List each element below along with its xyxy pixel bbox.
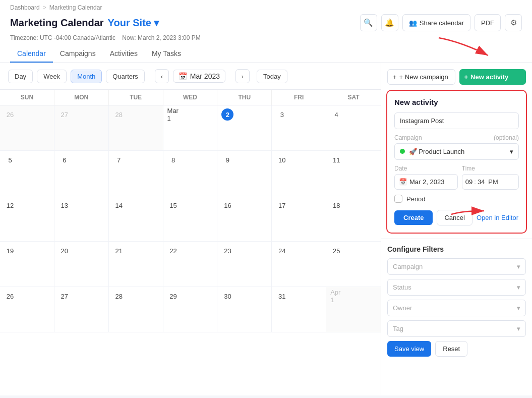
calendar-week-1: 26 27 28 Mar 1 2 3 4 [0, 105, 381, 151]
pdf-button[interactable]: PDF [475, 14, 501, 31]
period-row: Period [394, 195, 519, 203]
period-label: Period [406, 195, 426, 203]
month-year-text: Mar 2023 [190, 72, 220, 80]
table-row[interactable]: 30 [217, 287, 272, 332]
view-quarters-button[interactable]: Quarters [106, 70, 145, 83]
table-row[interactable]: 13 [54, 196, 109, 241]
breadcrumb-separator: > [43, 4, 46, 11]
day-header-fri: Fri [272, 90, 326, 105]
table-row[interactable]: 17 [272, 196, 326, 241]
day-header-sun: Sun [0, 90, 54, 105]
right-panel: + + New campaign + New activity New acti… [381, 63, 532, 395]
owner-filter-placeholder: Owner [393, 304, 412, 312]
new-campaign-label: + New campaign [399, 73, 448, 81]
table-row[interactable]: 5 [0, 151, 54, 196]
plus-activity-icon: + [464, 73, 468, 81]
open-in-editor-link[interactable]: Open in Editor [477, 214, 518, 221]
filter-actions: Save view Reset [387, 341, 526, 357]
prev-month-button[interactable]: ‹ [155, 69, 169, 83]
table-row[interactable]: 14 [109, 196, 163, 241]
table-row[interactable]: 9 [217, 151, 272, 196]
campaign-dropdown[interactable]: 🚀 Product Launch ▾ [394, 143, 519, 160]
table-row[interactable]: 23 [217, 242, 272, 287]
table-row[interactable]: 3 [272, 105, 326, 150]
save-view-button[interactable]: Save view [387, 341, 431, 357]
today-button[interactable]: Today [257, 70, 287, 83]
cancel-button[interactable]: Cancel [437, 210, 472, 225]
create-button[interactable]: Create [394, 210, 433, 225]
campaign-value: 🚀 Product Launch [400, 148, 464, 155]
search-button[interactable]: 🔍 [360, 14, 377, 31]
date-value: Mar 2, 2023 [409, 178, 444, 186]
campaign-status-dot [400, 149, 405, 154]
table-row[interactable]: Apr 1 [326, 287, 381, 332]
activity-name-input[interactable] [394, 112, 519, 129]
calendar-weeks: 26 27 28 Mar 1 2 3 4 5 6 7 8 9 10 11 12 [0, 105, 381, 332]
new-campaign-button[interactable]: + + New campaign [387, 69, 455, 85]
table-row[interactable]: 11 [326, 151, 381, 196]
calendar-week-3: 12 13 14 15 16 17 18 [0, 196, 381, 242]
share-calendar-button[interactable]: 👥 Save view Share calendar [402, 14, 470, 31]
date-label: Date [394, 165, 458, 172]
table-row[interactable]: 12 [0, 196, 54, 241]
bell-button[interactable]: 🔔 [381, 14, 398, 31]
table-row[interactable]: 26 [0, 287, 54, 332]
table-row[interactable]: 25 [326, 242, 381, 287]
table-row[interactable]: 10 [272, 151, 326, 196]
day-header-sat: Sat [326, 90, 381, 105]
table-row[interactable]: 8 [163, 151, 218, 196]
table-row[interactable]: 22 [163, 242, 218, 287]
date-picker[interactable]: 📅 Mar 2, 2023 [394, 174, 458, 190]
table-row[interactable]: 26 [0, 105, 54, 150]
owner-filter-dropdown[interactable]: Owner ▾ [387, 300, 526, 316]
table-row[interactable]: 6 [54, 151, 109, 196]
form-title: New activity [394, 98, 519, 106]
share-label: Share calendar [420, 19, 464, 27]
table-row[interactable]: 27 [54, 105, 109, 150]
table-row[interactable]: 16 [217, 196, 272, 241]
campaign-filter-dropdown[interactable]: Campaign ▾ [387, 258, 526, 275]
tab-calendar[interactable]: Calendar [10, 45, 53, 63]
tab-campaigns[interactable]: Campaigns [53, 45, 103, 63]
table-row[interactable]: Mar 1 [163, 105, 218, 150]
time-picker[interactable]: 09 : 34 PM [462, 174, 519, 190]
new-activity-button[interactable]: + New activity [459, 69, 526, 85]
view-day-button[interactable]: Day [8, 70, 33, 83]
table-row[interactable]: 28 [109, 287, 163, 332]
table-row[interactable]: 28 [109, 105, 163, 150]
plus-campaign-icon: + [393, 73, 397, 81]
tab-activities[interactable]: Activities [103, 45, 145, 63]
view-week-button[interactable]: Week [37, 70, 67, 83]
tab-my-tasks[interactable]: My Tasks [145, 45, 188, 63]
time-hour: 09 [465, 178, 472, 186]
new-activity-label: New activity [470, 73, 508, 81]
table-row[interactable]: 21 [109, 242, 163, 287]
reset-button[interactable]: Reset [435, 341, 467, 357]
next-month-button[interactable]: › [235, 69, 250, 83]
period-checkbox[interactable] [394, 195, 402, 203]
site-name[interactable]: Your Site ▾ [108, 17, 159, 29]
tag-filter-dropdown[interactable]: Tag ▾ [387, 320, 526, 337]
table-row[interactable]: 31 [272, 287, 326, 332]
table-row[interactable]: 27 [54, 287, 109, 332]
status-filter-dropdown[interactable]: Status ▾ [387, 279, 526, 296]
toolbar: 🔍 🔔 👥 Save view Share calendar PDF ⚙ [360, 14, 522, 31]
table-row[interactable]: 4 [326, 105, 381, 150]
table-row[interactable]: 15 [163, 196, 218, 241]
settings-button[interactable]: ⚙ [505, 14, 522, 31]
calendar-week-2: 5 6 7 8 9 10 11 [0, 151, 381, 196]
breadcrumb-parent[interactable]: Dashboard [10, 4, 40, 11]
page-title-text: Marketing Calendar [10, 17, 104, 29]
table-row[interactable]: 2 [217, 105, 272, 150]
table-row[interactable]: 20 [54, 242, 109, 287]
table-row[interactable]: 7 [109, 151, 163, 196]
view-month-button[interactable]: Month [71, 70, 102, 83]
table-row[interactable]: 29 [163, 287, 218, 332]
table-row[interactable]: 18 [326, 196, 381, 241]
table-row[interactable]: 19 [0, 242, 54, 287]
calendar-controls: Day Week Month Quarters ‹ 📅 Mar 2023 › T… [0, 63, 381, 90]
chevron-down-icon: ▾ [510, 148, 513, 155]
table-row[interactable]: 24 [272, 242, 326, 287]
campaign-label: Campaign (optional) [394, 134, 519, 141]
month-label: 📅 Mar 2023 [173, 70, 225, 83]
